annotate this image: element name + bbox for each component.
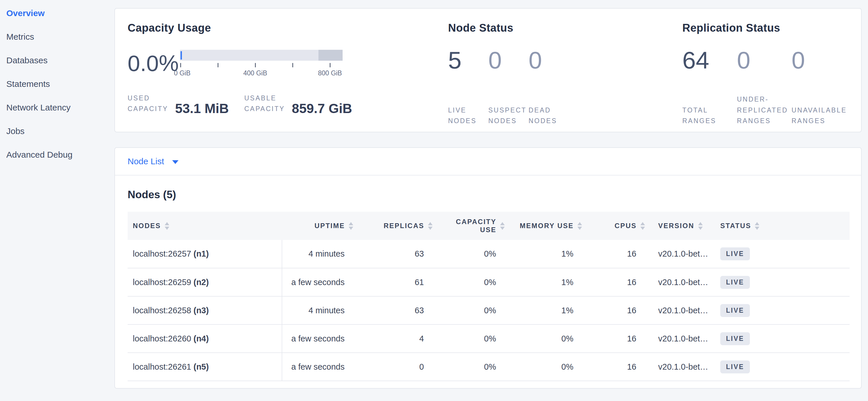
replication-status-title: Replication Status <box>682 22 848 34</box>
node-address-link[interactable]: localhost:26261 (n5) <box>133 362 209 371</box>
sort-icon <box>640 222 645 230</box>
column-label: VERSION <box>658 222 694 230</box>
uptime-cell: 4 minutes <box>282 296 354 324</box>
nodes-count-heading: Nodes (5) <box>128 189 861 201</box>
sidebar-item-metrics[interactable]: Metrics <box>6 32 114 41</box>
node-status-section: Node Status 5 LIVE NODES 0 SUSPECT NODES… <box>448 22 682 132</box>
sidebar-item-statements[interactable]: Statements <box>6 79 114 89</box>
node-address-link[interactable]: localhost:26260 (n4) <box>133 334 209 343</box>
capacity-usage-title: Capacity Usage <box>128 22 448 34</box>
dead-nodes-label: DEAD NODES <box>529 105 569 126</box>
version-cell: v20.1.0-bet… <box>646 240 718 268</box>
sort-icon <box>755 222 760 230</box>
sidebar-item-network-latency[interactable]: Network Latency <box>6 103 114 112</box>
cpus-cell: 16 <box>583 324 646 353</box>
status-cell: LIVE <box>718 268 849 296</box>
node-id: (n3) <box>193 306 209 315</box>
cpus-cell: 16 <box>583 353 646 381</box>
uptime-cell: 4 minutes <box>282 240 354 268</box>
column-header-capacity-use[interactable]: CAPACITY USE <box>433 212 505 240</box>
memory-use-cell: 1% <box>505 296 583 324</box>
sort-icon <box>428 222 433 230</box>
sidebar-item-jobs[interactable]: Jobs <box>6 126 114 136</box>
sort-icon <box>349 222 353 230</box>
cpus-cell: 16 <box>583 240 646 268</box>
table-row: localhost:26260 (n4) a few seconds 4 0% … <box>128 324 849 353</box>
column-header-status[interactable]: STATUS <box>718 212 849 240</box>
node-cell: localhost:26257 (n1) <box>128 240 282 268</box>
live-nodes-label: LIVE NODES <box>448 105 488 126</box>
suspect-nodes-value: 0 <box>488 48 529 72</box>
chevron-down-icon <box>172 160 179 164</box>
node-cell: localhost:26261 (n5) <box>128 353 282 381</box>
replicas-cell: 63 <box>354 240 433 268</box>
node-cell: localhost:26258 (n3) <box>128 296 282 324</box>
column-header-cpus[interactable]: CPUS <box>583 212 646 240</box>
column-header-version[interactable]: VERSION <box>646 212 718 240</box>
used-capacity-value: 53.1 MiB <box>175 102 229 115</box>
replication-status-section: Replication Status 64 TOTAL RANGES 0 UND… <box>682 22 848 132</box>
used-capacity-stat: USED CAPACITY 53.1 MiB <box>128 93 229 115</box>
uptime-cell: a few seconds <box>282 268 354 296</box>
node-address-link[interactable]: localhost:26258 (n3) <box>133 306 209 315</box>
column-header-nodes[interactable]: NODES <box>128 212 282 240</box>
replicas-cell: 4 <box>354 324 433 353</box>
column-label: UPTIME <box>314 222 345 230</box>
node-list-view-selector[interactable]: Node List <box>115 148 861 175</box>
uptime-cell: a few seconds <box>282 324 354 353</box>
unavailable-ranges-value: 0 <box>792 48 847 72</box>
status-badge: LIVE <box>720 248 750 260</box>
table-row: localhost:26258 (n3) 4 minutes 63 0% 1% … <box>128 296 849 324</box>
column-header-uptime[interactable]: UPTIME <box>282 212 354 240</box>
capacity-use-cell: 0% <box>433 324 505 353</box>
node-id: (n4) <box>193 334 209 343</box>
version-cell: v20.1.0-bet… <box>646 268 718 296</box>
used-capacity-label: USED CAPACITY <box>128 93 168 114</box>
usable-capacity-value: 859.7 GiB <box>292 102 352 115</box>
node-cell: localhost:26260 (n4) <box>128 324 282 353</box>
capacity-bar-reserved-segment <box>318 50 343 61</box>
usable-capacity-stat: USABLE CAPACITY 859.7 GiB <box>244 93 352 115</box>
node-address-link[interactable]: localhost:26257 (n1) <box>133 249 209 258</box>
memory-use-cell: 1% <box>505 268 583 296</box>
total-ranges-stat: 64 TOTAL RANGES <box>682 48 737 126</box>
node-address: localhost:26259 <box>133 278 193 287</box>
column-label: MEMORY USE <box>520 222 574 230</box>
node-address-link[interactable]: localhost:26259 (n2) <box>133 278 209 287</box>
table-row: localhost:26259 (n2) a few seconds 61 0%… <box>128 268 849 296</box>
table-row: localhost:26261 (n5) a few seconds 0 0% … <box>128 353 849 381</box>
column-header-replicas[interactable]: REPLICAS <box>354 212 433 240</box>
sidebar-item-advanced-debug[interactable]: Advanced Debug <box>6 150 114 160</box>
node-address: localhost:26257 <box>133 249 193 258</box>
capacity-use-cell: 0% <box>433 268 505 296</box>
unavailable-ranges-label: UNAVAILABLE RANGES <box>792 105 847 126</box>
replicas-cell: 61 <box>354 268 433 296</box>
node-id: (n2) <box>193 278 209 287</box>
memory-use-cell: 1% <box>505 240 583 268</box>
dead-nodes-value: 0 <box>529 48 569 72</box>
suspect-nodes-label: SUSPECT NODES <box>488 105 529 126</box>
nodes-table: NODES UPTIME REPLICAS CAPACITY USE MEMOR <box>128 212 849 381</box>
suspect-nodes-stat: 0 SUSPECT NODES <box>488 48 529 126</box>
status-badge: LIVE <box>720 332 750 345</box>
version-cell: v20.1.0-bet… <box>646 296 718 324</box>
usable-capacity-label: USABLE CAPACITY <box>244 93 285 114</box>
main-content: Capacity Usage 0.0% <box>114 0 862 389</box>
node-list-selector-label: Node List <box>128 156 164 166</box>
status-badge: LIVE <box>720 361 750 373</box>
column-header-memory-use[interactable]: MEMORY USE <box>505 212 583 240</box>
uptime-cell: a few seconds <box>282 353 354 381</box>
sidebar-item-databases[interactable]: Databases <box>6 56 114 65</box>
version-cell: v20.1.0-bet… <box>646 324 718 353</box>
column-label: CAPACITY USE <box>451 218 496 234</box>
sidebar-item-overview[interactable]: Overview <box>6 9 114 18</box>
column-label: STATUS <box>720 222 751 230</box>
column-label: NODES <box>133 222 161 230</box>
capacity-use-cell: 0% <box>433 353 505 381</box>
unavailable-ranges-stat: 0 UNAVAILABLE RANGES <box>792 48 847 126</box>
axis-label-800gib: 800 GiB <box>318 69 342 77</box>
node-status-title: Node Status <box>448 22 682 34</box>
status-cell: LIVE <box>718 324 849 353</box>
under-replicated-ranges-label: UNDER-REPLICATED RANGES <box>737 94 792 126</box>
node-address: localhost:26258 <box>133 306 193 315</box>
